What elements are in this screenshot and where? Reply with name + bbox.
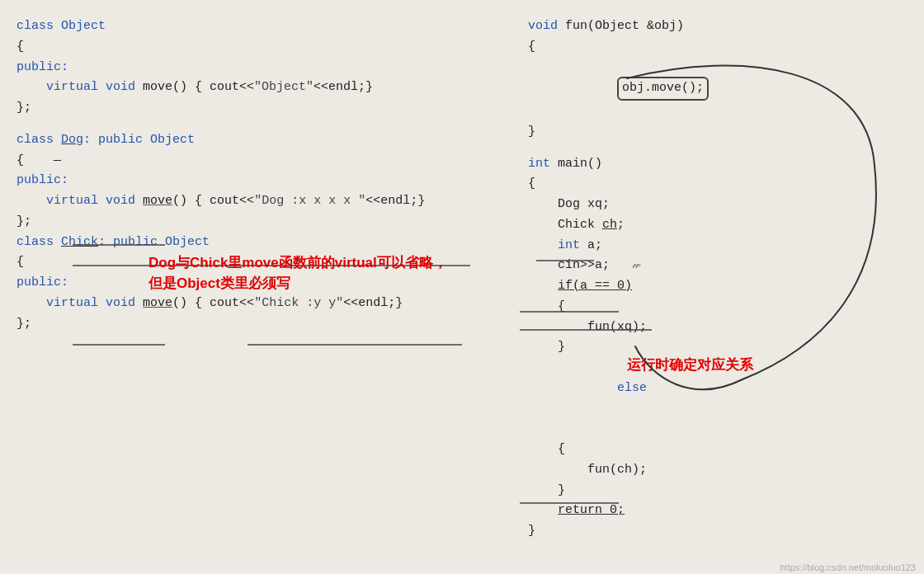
line-virtual-move-dog: virtual void move() { cout<<"Dog :x x x …: [16, 191, 495, 212]
line-brace-fun: {: [528, 37, 908, 58]
line-else: else 运行时确定对应关系: [528, 358, 908, 440]
line-public-1: public:: [16, 58, 495, 78]
line-fun-ch: fun(ch);: [528, 460, 908, 481]
line-chick-ch: Chick ch;: [528, 215, 908, 236]
line-brace-main: {: [528, 174, 908, 195]
line-brace-fun-end: }: [528, 122, 908, 143]
watermark: https://blog.csdn.net/moluoluo123: [780, 562, 916, 572]
line-brace-dog: { —: [16, 151, 495, 172]
line-class-chick: class Chick: public Object: [16, 233, 495, 253]
line-virtual-move-object: virtual void move() { cout<<"Object"<<en…: [16, 78, 495, 98]
line-end-dog: };: [16, 212, 495, 233]
main-container: class Object { public: virtual void move…: [0, 0, 924, 574]
line-cin: cin>>a; 𝓌: [528, 256, 908, 276]
line-brace-else-end: }: [528, 481, 908, 501]
line-int-a: int a;: [528, 236, 908, 256]
line-end-object: };: [16, 98, 495, 119]
class-object-block: class Object { public: virtual void move…: [16, 16, 495, 119]
line-fun-decl: void fun(Object &obj): [528, 16, 908, 37]
main-block: int main() { Dog xq; Chick ch; int a; ci…: [528, 154, 908, 542]
class-dog-block: class Dog: public Object { — Dog与Chick里m…: [16, 130, 495, 233]
line-dog-xq: Dog xq;: [528, 195, 908, 215]
annotation-text-1: Dog与Chick里move函数前的virtual可以省略，: [148, 252, 447, 274]
line-class-dog: class Dog: public Object: [16, 130, 495, 151]
line-brace-if: {: [528, 297, 908, 318]
line-brace-else: {: [528, 440, 908, 460]
line-obj-move: obj.move();: [528, 58, 908, 122]
line-virtual-move-chick: virtual void move() { cout<<"Chick :y y"…: [16, 294, 495, 314]
line-fun-xq: fun(xq);: [528, 318, 908, 338]
line-return: return 0;: [528, 501, 908, 521]
fun-block: void fun(Object &obj) { obj.move(); }: [528, 16, 908, 143]
annotation-text-2: 但是Object类里必须写: [148, 273, 447, 294]
line-main-decl: int main(): [528, 154, 908, 175]
line-class-object: class Object: [16, 16, 495, 37]
line-public-dog: public:: [16, 171, 495, 191]
line-brace-main-end: }: [528, 521, 908, 542]
line-brace-1: {: [16, 37, 495, 58]
dog-annotation: Dog与Chick里move函数前的virtual可以省略， 但是Object类…: [148, 252, 447, 294]
line-end-chick: };: [16, 314, 495, 335]
right-panel: void fun(Object &obj) { obj.move(); } in…: [512, 8, 924, 566]
runtime-annotation: 运行时确定对应关系: [627, 355, 753, 376]
line-if: if(a == 0): [528, 276, 908, 297]
left-panel: class Object { public: virtual void move…: [0, 8, 512, 566]
